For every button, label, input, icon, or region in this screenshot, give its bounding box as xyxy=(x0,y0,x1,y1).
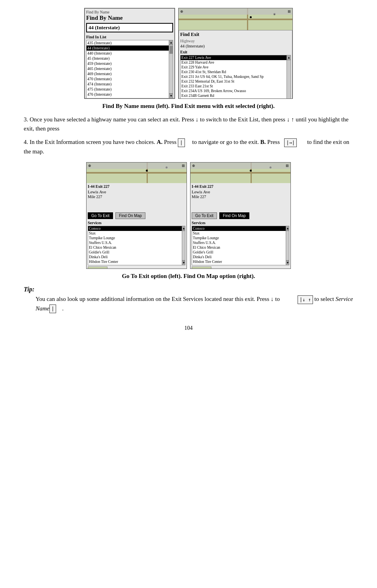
find-in-list-container[interactable]: 435 (Interstate)44 (Interstate)440 (Inte… xyxy=(86,40,173,98)
list-item[interactable]: 469 (Interstate) xyxy=(87,71,173,76)
scrollbar-up-arrow[interactable]: ▲ xyxy=(169,40,173,45)
services-scroll-up-left[interactable]: ▲ xyxy=(182,226,185,231)
services-list-left[interactable]: ConocoStaxTurnpike LoungeStuffers U.S.A.… xyxy=(88,226,185,265)
services-scroll-down-right[interactable]: ▼ xyxy=(286,260,289,265)
exit-list-item[interactable]: Exit 229 Yale Ave xyxy=(181,65,290,70)
paragraph-4: 4. In the Exit Information screen you ha… xyxy=(24,138,353,156)
goto-exit-button-right[interactable]: Go To Exit xyxy=(192,212,217,219)
service-item[interactable]: Turnpike Lounge xyxy=(192,236,289,240)
list-item[interactable]: 44 (Interstate) xyxy=(87,45,173,51)
list-item[interactable]: 470 (Interstate) xyxy=(87,76,173,81)
exit-list-item[interactable]: Exit 231 Jct US 64, OK 51, Tulsa, Muskog… xyxy=(181,74,290,79)
list-item[interactable]: 459 (Interstate) xyxy=(87,61,173,66)
find-exit-screenshot: ⊕ ⊞ Find Exit Highway 44 (Interstate) Ex… xyxy=(178,8,293,99)
page-number: 104 xyxy=(24,325,353,331)
service-item[interactable]: El Chico Mexican xyxy=(88,245,185,250)
key-pipe-1: | xyxy=(178,138,185,147)
list-scrollbar[interactable]: ▲ ▼ xyxy=(169,40,173,98)
find-by-name-title: Find By Name xyxy=(86,15,173,21)
map-icon-bar: ⊕ ⊞ xyxy=(179,8,292,15)
list-item[interactable]: 476 (Interstate) xyxy=(87,92,173,97)
find-exit-title: Find Exit xyxy=(180,32,291,38)
exit-list-item[interactable]: Exit 234A US 169, Broken Arrow, Owasso xyxy=(181,89,290,93)
goto-exit-button[interactable]: Go To Exit xyxy=(88,212,113,219)
scrollbar-thumb[interactable] xyxy=(170,46,173,54)
find-on-map-button-right[interactable]: Find On Map xyxy=(219,212,249,219)
exit-list-item[interactable]: Exit 232 Memorial Dr, East 31st St xyxy=(181,79,290,84)
bottom-caption: Go To Exit option (left). Find On Map op… xyxy=(24,273,353,280)
goto-exit-mile: Mile 227 xyxy=(88,195,185,199)
list-item[interactable]: 45 (Interstate) xyxy=(87,56,173,61)
list-item[interactable]: 465 (Interstate) xyxy=(87,66,173,71)
services-scroll-down-left[interactable]: ▼ xyxy=(182,260,185,265)
service-item[interactable]: Goldie's Grill xyxy=(192,250,289,255)
services-scrollbar-right[interactable]: ▲ ▼ xyxy=(286,226,289,265)
exit-list-item[interactable]: Exit 228 Harvard Ave xyxy=(181,60,290,65)
services-list-right[interactable]: ConocoStaxTurnpike LoungeStuffers U.S.A.… xyxy=(192,226,289,265)
paragraph-3: 3. Once you have selected a highway name… xyxy=(24,115,353,133)
fom-icon-right: ⊞ xyxy=(286,164,289,168)
find-by-name-header-label: Find By Name xyxy=(86,10,173,14)
exit-list-item[interactable]: Exit 230 41st St, Sheridan Rd xyxy=(181,70,290,74)
fom-map-icon-bar: ⊕ ⊞ xyxy=(190,163,290,169)
fom-map-road-h xyxy=(190,172,290,174)
tip-key-end: | xyxy=(49,304,56,313)
tip-key-symbol: |↓ ↑ xyxy=(298,295,313,304)
service-item[interactable]: Conoco xyxy=(88,226,185,231)
fom-exit-header: I-44 Exit 227 xyxy=(192,184,289,189)
service-item[interactable]: Goldie's Grill xyxy=(88,250,185,255)
service-item[interactable]: Stuffers U.S.A. xyxy=(88,240,185,245)
list-item[interactable]: 480 (Interstate) xyxy=(87,97,173,98)
fom-exit-panel: I-44 Exit 227 Lewis Ave Mile 227 Go To E… xyxy=(190,183,290,269)
exit-list-item[interactable]: Exit 227 Lewis Ave xyxy=(181,55,290,60)
scrollbar-down-arrow[interactable]: ▼ xyxy=(169,93,173,98)
fom-exit-name: Lewis Ave xyxy=(192,189,289,194)
goto-icon-right: ⊞ xyxy=(182,164,185,168)
tip-text: You can also look up some additional inf… xyxy=(24,295,353,313)
find-exit-panel: Find Exit Highway 44 (Interstate) Exit E… xyxy=(179,30,292,99)
tip-section: Tip: You can also look up some additiona… xyxy=(24,286,353,313)
fom-icon-left: ⊕ xyxy=(192,164,195,168)
service-item[interactable]: Hibdon Tire Center xyxy=(88,259,185,264)
service-item[interactable]: Dinka's Deli xyxy=(88,255,185,259)
list-item[interactable]: 475 (Interstate) xyxy=(87,87,173,92)
service-item[interactable]: Stax xyxy=(192,231,289,236)
goto-map-icon-bar: ⊕ ⊞ xyxy=(87,163,187,169)
goto-scale: ↔ 1 mi xyxy=(108,268,185,269)
service-item[interactable]: Victory Auto Care xyxy=(88,264,185,265)
list-item[interactable]: 474 (Interstate) xyxy=(87,81,173,87)
map-road-horizontal xyxy=(179,19,292,20)
find-on-map-button-left[interactable]: Find On Map xyxy=(115,212,145,219)
find-in-list-label: Find In List xyxy=(86,35,173,39)
service-item[interactable]: Dinka's Deli xyxy=(192,255,289,259)
fom-bottom-bar: N 36°08.971' W 95°50.579' xyxy=(192,267,289,269)
exit-label: Exit xyxy=(180,50,291,54)
goto-exit-panel: I-44 Exit 227 Lewis Ave Mile 227 Go To E… xyxy=(87,183,187,269)
service-item[interactable]: El Chico Mexican xyxy=(192,245,289,250)
service-item[interactable]: Hibdon Tire Center xyxy=(192,259,289,264)
services-scroll-up-right[interactable]: ▲ xyxy=(286,226,289,231)
fom-mini-map xyxy=(192,267,211,269)
exit-list-item[interactable]: Exit 233 East 21st St xyxy=(181,84,290,89)
exit-list-item[interactable]: Exit 235 East 11th St xyxy=(181,98,290,99)
map-icon-right: ⊞ xyxy=(288,9,291,13)
goto-bottom-bar: ↔ 1 mi xyxy=(88,267,185,269)
list-item[interactable]: 440 (Interstate) xyxy=(87,51,173,56)
fom-exit-buttons: Go To Exit Find On Map xyxy=(192,212,289,219)
exit-list-item[interactable]: Exit 234B Garnett Rd xyxy=(181,93,290,98)
exit-list-scrollbar[interactable]: ▲ ▼ xyxy=(287,55,290,99)
service-item[interactable]: Victory Auto Care xyxy=(192,264,289,265)
service-item[interactable]: Turnpike Lounge xyxy=(88,236,185,240)
exit-list-container[interactable]: Exit 227 Lewis AveExit 228 Harvard AveEx… xyxy=(180,55,291,99)
fom-exit-mile: Mile 227 xyxy=(192,195,289,199)
service-item[interactable]: Conoco xyxy=(192,226,289,231)
tip-title: Tip: xyxy=(24,286,353,293)
services-label-right: Services xyxy=(192,221,289,225)
service-item[interactable]: Stuffers U.S.A. xyxy=(192,240,289,245)
list-item[interactable]: 435 (Interstate) xyxy=(87,40,173,45)
top-caption: Find By Name menu (left). Find Exit menu… xyxy=(24,103,353,110)
find-by-name-input[interactable]: 44 (Interstate) xyxy=(86,23,173,32)
service-item[interactable]: Stax xyxy=(88,231,185,236)
services-scrollbar-left[interactable]: ▲ ▼ xyxy=(182,226,185,265)
exit-scrollbar-up[interactable]: ▲ xyxy=(287,55,291,60)
